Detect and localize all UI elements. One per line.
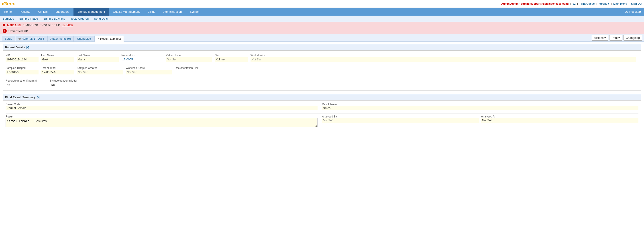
worksheets-value: Not Set: [250, 57, 636, 62]
referral-no-field: Referral No 17-0065: [121, 54, 166, 62]
patient-details-collapse[interactable]: [-]: [26, 46, 29, 49]
sign-out-link[interactable]: Sign Out: [631, 2, 642, 5]
final-result-header: Final Result Summary [-]: [3, 94, 641, 101]
analysed-col: Analysed By Not Set Analysed At Not Set: [322, 115, 638, 130]
pid-field: PID 19700612-1144: [6, 54, 41, 62]
mobile-link[interactable]: mobile ▾: [598, 2, 609, 5]
tab-setup-label: Setup: [5, 37, 12, 40]
doc-link-label: Documentation Link: [175, 66, 636, 70]
sex-label: Sex: [215, 54, 248, 57]
sex-value: Kvinne: [215, 57, 248, 62]
tab-referral-dot: [18, 38, 21, 40]
nav-home[interactable]: Home: [0, 8, 16, 16]
patient-dob-pid: 12/06/1970 - 19700612-1144: [23, 23, 60, 27]
result-textarea[interactable]: [6, 118, 318, 127]
admin-name: Admin Admin - admin (support@genialgenet…: [501, 2, 569, 5]
analysed-at-field: Analysed At Not Set: [481, 115, 639, 123]
actions-button[interactable]: Actions ▾: [592, 35, 608, 41]
nav-sample-management[interactable]: Sample Management: [74, 8, 109, 16]
final-result-section: Final Result Summary [-] Result Code Nor…: [3, 94, 641, 132]
samples-triaged-field: Samples Triaged 17.00156: [6, 66, 41, 75]
result-bottom-row: Result Analysed By Not Set Analysed At N…: [6, 115, 638, 130]
subnav-samples[interactable]: Samples: [2, 17, 15, 21]
analysed-at-value: Not Set: [481, 118, 639, 123]
unverified-pid-bar: ! Unverified PID: [0, 28, 644, 34]
samples-created-value: Not Set: [77, 70, 123, 75]
samples-triaged-label: Samples Triaged: [6, 66, 38, 70]
main-menu-link[interactable]: Main Menu: [613, 2, 627, 5]
nav-quality-management[interactable]: Quality Management: [109, 8, 144, 16]
nav-billing[interactable]: Billing: [144, 8, 160, 16]
v2-link[interactable]: v2: [572, 2, 576, 5]
subnav-tests-ordered[interactable]: Tests Ordered: [70, 17, 90, 21]
tab-close-icon[interactable]: ✕: [97, 37, 99, 40]
result-code-value: Normal Female: [6, 106, 318, 110]
patient-name-link[interactable]: Maria Grek: [7, 23, 22, 27]
samples-created-label: Samples Created: [77, 66, 123, 70]
tab-bar-left: Setup Referral: 17-0065 Attachments (0) …: [2, 36, 124, 42]
nav-patients[interactable]: Patients: [16, 8, 34, 16]
patient-type-value: Not Set: [166, 57, 212, 62]
samples-created-field: Samples Created Not Set: [77, 66, 126, 75]
patient-referral-link[interactable]: 17-0065: [62, 23, 73, 27]
subnav-send-outs[interactable]: Send Outs: [93, 17, 108, 21]
report-to-mother-value: No: [6, 83, 48, 87]
sex-field: Sex Kvinne: [215, 54, 250, 62]
subnav-sample-batching[interactable]: Sample Batching: [42, 17, 66, 21]
include-gender-label: Include gender in letter: [50, 79, 103, 82]
analysed-by-value: Not Set: [322, 118, 480, 123]
print-queue-link[interactable]: Print Queue: [580, 2, 595, 5]
tab-attachments[interactable]: Attachments (0): [48, 36, 74, 42]
analysed-at-label: Analysed At: [481, 115, 639, 118]
tab-referral[interactable]: Referral: 17-0065: [16, 36, 47, 42]
analysed-by-field: Analysed By Not Set: [322, 115, 480, 123]
first-name-field: First Name Maria: [77, 54, 121, 62]
tab-bar-right: Actions ▾ Print ▾ Changelog: [592, 35, 642, 42]
patient-banner: Maria Grek 12/06/1970 - 19700612-1144 17…: [0, 22, 644, 28]
result-code-col: Result Code Normal Female: [6, 103, 322, 112]
nav-system[interactable]: System: [186, 8, 203, 16]
report-to-mother-label: Report to mother if normal: [6, 79, 48, 82]
tab-result-lab-test[interactable]: ✕ Result: Lab Test: [94, 36, 124, 42]
patient-details-title: Patient Details: [5, 46, 25, 49]
tab-referral-label: Referral: 17-0065: [22, 37, 44, 40]
nav-administration[interactable]: Administration: [160, 8, 186, 16]
result-col: Result: [6, 115, 322, 130]
last-name-value: Grek: [41, 57, 74, 62]
top-right-bar: Admin Admin - admin (support@genialgenet…: [501, 2, 642, 5]
pid-value: 19700612-1144: [6, 57, 38, 62]
result-label: Result: [6, 115, 318, 118]
unverified-icon: !: [3, 29, 7, 33]
workload-score-label: Workload Score: [126, 66, 172, 70]
nav-clinical[interactable]: Clinical: [34, 8, 52, 16]
analysed-by-label: Analysed By: [322, 115, 480, 118]
referral-no-value[interactable]: 17-0065: [121, 57, 163, 62]
print-button[interactable]: Print ▾: [609, 35, 622, 41]
changelog-button[interactable]: Changelog: [623, 35, 642, 41]
subnav-sample-triage[interactable]: Sample Triage: [18, 17, 39, 21]
sub-nav: Samples Sample Triage Sample Batching Te…: [0, 16, 644, 22]
tab-changelog[interactable]: Changelog: [74, 36, 94, 42]
worksheets-label: Worksheets: [250, 54, 636, 57]
workload-score-field: Workload Score Not Set: [126, 66, 175, 75]
tab-setup[interactable]: Setup: [2, 36, 15, 42]
doc-link-field: Documentation Link: [175, 66, 638, 75]
worksheets-field: Worksheets Not Set: [250, 54, 638, 62]
patient-details-body: PID 19700612-1144 Last Name Grek First N…: [3, 51, 641, 90]
nav-ou[interactable]: Ou:Hospital▾: [622, 8, 644, 16]
patient-details-section: Patient Details [-] PID 19700612-1144 La…: [3, 44, 641, 91]
nav-laboratory[interactable]: Laboratory: [52, 8, 74, 16]
result-notes-label: Result Notes: [322, 103, 638, 106]
patient-details-header: Patient Details [-]: [3, 44, 641, 51]
patient-icon: [3, 24, 5, 26]
final-result-title: Final Result Summary: [5, 96, 36, 99]
final-result-body: Result Code Normal Female Result Notes N…: [3, 101, 641, 132]
test-number-label: Test Number: [41, 66, 74, 70]
test-number-value: 17-0065-A: [41, 70, 74, 75]
result-code-label: Result Code: [6, 103, 318, 106]
first-name-label: First Name: [77, 54, 119, 57]
final-result-collapse[interactable]: [-]: [37, 96, 40, 99]
tab-bar: Setup Referral: 17-0065 Attachments (0) …: [0, 34, 644, 42]
workload-score-value: Not Set: [126, 70, 172, 75]
samples-triaged-value: 17.00156: [6, 70, 38, 75]
